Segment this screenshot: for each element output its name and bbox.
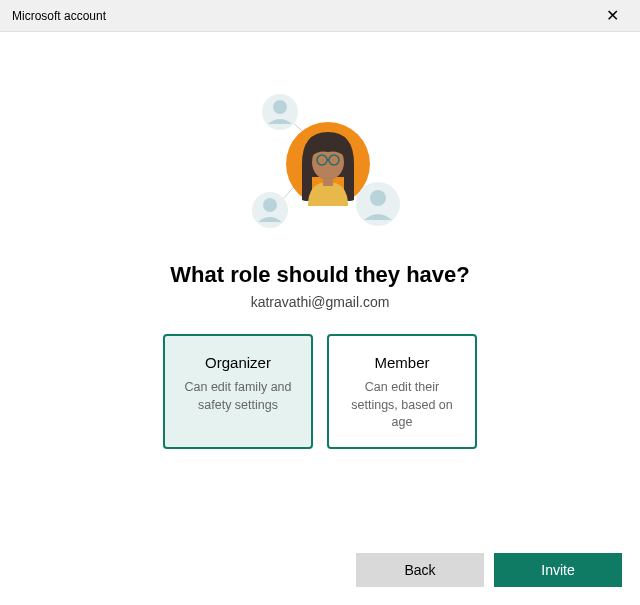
footer-actions: Back Invite xyxy=(0,539,640,605)
close-icon[interactable]: ✕ xyxy=(596,6,628,25)
role-organizer-card[interactable]: Organizer Can edit family and safety set… xyxy=(163,334,313,449)
titlebar: Microsoft account ✕ xyxy=(0,0,640,32)
role-options: Organizer Can edit family and safety set… xyxy=(163,334,477,449)
role-member-desc: Can edit their settings, based on age xyxy=(343,379,461,432)
invite-button[interactable]: Invite xyxy=(494,553,622,587)
role-organizer-desc: Can edit family and safety settings xyxy=(179,379,297,414)
family-illustration xyxy=(220,82,420,242)
svg-rect-14 xyxy=(323,176,333,186)
svg-point-6 xyxy=(263,198,277,212)
svg-point-8 xyxy=(370,190,386,206)
invitee-email: katravathi@gmail.com xyxy=(251,294,390,310)
back-button[interactable]: Back xyxy=(356,553,484,587)
window-title: Microsoft account xyxy=(12,9,106,23)
role-organizer-title: Organizer xyxy=(205,354,271,371)
page-heading: What role should they have? xyxy=(170,262,469,288)
main-content: What role should they have? katravathi@g… xyxy=(0,32,640,539)
role-member-title: Member xyxy=(374,354,429,371)
role-member-card[interactable]: Member Can edit their settings, based on… xyxy=(327,334,477,449)
svg-point-4 xyxy=(273,100,287,114)
